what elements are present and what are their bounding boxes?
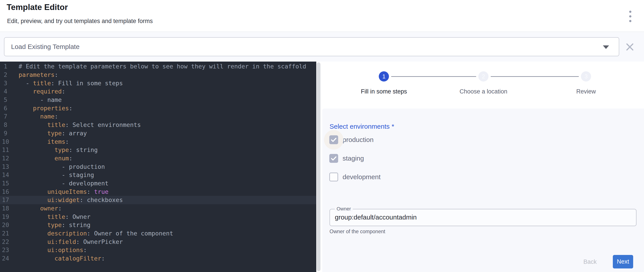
- page-title: Template Editor: [7, 3, 68, 12]
- code-line-text: parameters:: [11, 71, 58, 78]
- code-token: :: [87, 230, 94, 237]
- code-token: type: [54, 147, 69, 153]
- code-token: title: [33, 80, 51, 87]
- back-button[interactable]: Back: [576, 256, 604, 268]
- code-line: 6 properties:: [0, 104, 316, 112]
- checkbox-row: production: [322, 135, 374, 145]
- code-line-text: catalogFilter:: [11, 255, 105, 262]
- line-number: 21: [0, 230, 11, 237]
- code-token: # Edit the template parameters below to …: [18, 63, 306, 70]
- code-token: required: [33, 88, 62, 95]
- code-token: ui:options: [47, 246, 84, 253]
- code-line: 19 title: Owner: [0, 212, 316, 221]
- check-icon: [330, 155, 337, 162]
- code-token: :: [65, 138, 69, 145]
- template-editor-page: Template Editor Edit, preview, and try o…: [0, 0, 644, 272]
- owner-input[interactable]: Owner group:default/accountadmin: [330, 209, 636, 226]
- code-token: :: [69, 147, 76, 153]
- stepper-step[interactable]: 1Fill in some steps: [361, 71, 407, 95]
- code-line-text: owner:: [11, 205, 62, 212]
- code-token: -: [18, 171, 69, 178]
- code-token: [18, 138, 47, 145]
- code-token: :: [62, 88, 65, 95]
- code-line-text: - development: [11, 180, 108, 187]
- more-options-button[interactable]: [623, 9, 637, 24]
- code-line-text: type: string: [11, 221, 90, 228]
- code-token: title: [47, 121, 65, 128]
- code-token: properties: [33, 105, 69, 112]
- load-select-value: Load Existing Template: [11, 38, 80, 56]
- code-token: [18, 130, 47, 137]
- load-existing-template-select[interactable]: Load Existing Template: [4, 37, 619, 56]
- code-line: 7 name:: [0, 112, 316, 121]
- code-token: :: [51, 80, 58, 87]
- code-line: 13 - production: [0, 162, 316, 171]
- line-number: 4: [0, 88, 11, 95]
- code-line: 21 description: Owner of the component: [0, 229, 316, 238]
- code-line-text: ui:field: OwnerPicker: [11, 238, 123, 245]
- code-token: catalogFilter: [54, 255, 101, 262]
- line-number: 13: [0, 163, 11, 170]
- line-number: 6: [0, 105, 11, 112]
- code-token: [18, 121, 47, 128]
- code-token: true: [94, 188, 108, 195]
- code-line-text: - name: [11, 96, 62, 103]
- code-token: string: [76, 147, 98, 153]
- code-line: 20 type: string: [0, 221, 316, 229]
- code-line-text: enum:: [11, 155, 72, 162]
- line-number: 22: [0, 238, 11, 245]
- code-token: Select environments: [72, 121, 141, 128]
- code-token: :: [54, 113, 58, 120]
- page-header: Template Editor Edit, preview, and try o…: [0, 0, 644, 32]
- line-number: 1: [0, 63, 11, 70]
- code-line: 3 - title: Fill in some steps: [0, 79, 316, 87]
- line-number: 18: [0, 205, 11, 212]
- line-number: 9: [0, 130, 11, 137]
- code-token: :: [87, 188, 94, 195]
- checkbox-staging[interactable]: [329, 154, 338, 163]
- close-button[interactable]: [623, 40, 636, 54]
- step-label: Choose a location: [460, 88, 507, 95]
- code-token: :: [58, 205, 62, 212]
- close-icon: [625, 42, 635, 52]
- next-button[interactable]: Next: [613, 255, 633, 268]
- code-token: :: [65, 121, 72, 128]
- code-line: 2parameters:: [0, 71, 316, 79]
- editor-scrollbar[interactable]: [317, 62, 320, 271]
- code-token: ui:field: [47, 238, 76, 245]
- step-number-badge: 2: [478, 71, 488, 81]
- checkbox-production[interactable]: [329, 135, 338, 144]
- line-number: 24: [0, 255, 11, 262]
- checkbox-development[interactable]: [329, 173, 338, 181]
- code-line: 8 title: Select environments: [0, 121, 316, 129]
- code-token: [18, 255, 54, 262]
- code-token: [18, 221, 47, 228]
- stepper-step[interactable]: 3Review: [576, 71, 596, 95]
- code-token: uniqueItems: [47, 188, 87, 195]
- code-token: [18, 155, 54, 162]
- code-line: 10 items:: [0, 137, 316, 146]
- code-line: 11 type: string: [0, 146, 316, 154]
- code-token: -: [18, 80, 33, 87]
- code-editor[interactable]: 1# Edit the template parameters below to…: [0, 62, 316, 272]
- code-token: type: [47, 221, 62, 228]
- checkbox-label: production: [342, 136, 374, 144]
- stepper-step[interactable]: 2Choose a location: [460, 71, 507, 95]
- code-line: 1# Edit the template parameters below to…: [0, 62, 316, 71]
- code-token: [18, 147, 54, 153]
- code-line: 18 owner:: [0, 204, 316, 213]
- dropdown-arrow-icon: [603, 45, 609, 49]
- code-line-text: name:: [11, 113, 58, 120]
- code-token: description: [47, 230, 87, 237]
- code-token: :: [69, 105, 72, 112]
- code-token: staging: [69, 171, 94, 178]
- check-icon: [330, 136, 337, 143]
- line-number: 7: [0, 113, 11, 120]
- code-line-text: # Edit the template parameters below to …: [11, 63, 306, 70]
- code-line: 4 required:: [0, 87, 316, 96]
- step-number-badge: 3: [581, 71, 591, 81]
- code-line-text: type: string: [11, 147, 98, 153]
- code-line-text: items:: [11, 138, 69, 145]
- stepper: 1Fill in some steps2Choose a location3Re…: [321, 62, 644, 108]
- line-number: 23: [0, 246, 11, 253]
